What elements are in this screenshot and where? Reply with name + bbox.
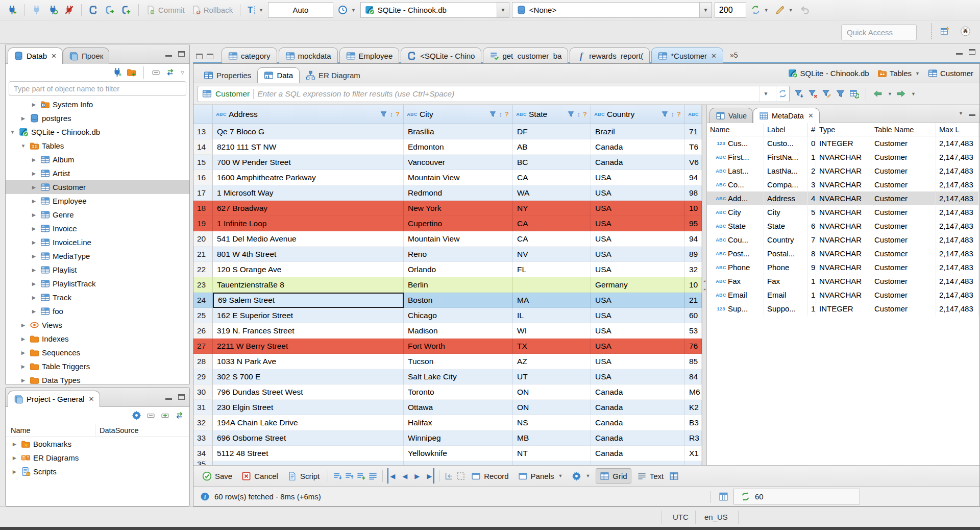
row-number[interactable]: 15 [193, 155, 213, 170]
metadata-cell[interactable]: Phone [764, 260, 808, 274]
sort-icon[interactable]: ↕ [577, 110, 581, 118]
metadata-cell[interactable]: 1 [808, 150, 816, 164]
table-row[interactable]: 345112 48 StreetYellowknifeNTCanadaX1 [193, 446, 702, 461]
row-number[interactable]: 25 [193, 308, 213, 323]
column-header-partial[interactable]: ABC [685, 105, 702, 124]
meta-column-header-table-name[interactable]: Table Name [871, 123, 936, 136]
metadata-cell[interactable]: Country [764, 233, 808, 247]
metadata-cell[interactable]: ABCCo... [707, 178, 764, 191]
tree-item-playlisttrack[interactable]: ▶PlaylistTrack [6, 277, 189, 291]
metadata-cell[interactable]: INTEGER [816, 302, 871, 316]
grid-cell[interactable]: Canada [591, 446, 685, 461]
row-number[interactable]: 17 [193, 185, 213, 201]
grid-cell[interactable]: 89 [685, 247, 702, 262]
metadata-cell[interactable]: Email [764, 288, 808, 302]
table-row[interactable]: 21801 W 4th StreetRenoNVUSA89 [193, 247, 702, 262]
grid-cell[interactable] [591, 461, 685, 465]
tab-er-diagram[interactable]: ER Diagram [300, 67, 366, 83]
row-number[interactable]: 32 [193, 415, 213, 430]
first-record-button[interactable]: ◀ [387, 468, 398, 484]
view-menu-icon[interactable]: ▽ [181, 70, 184, 75]
metadata-cell[interactable]: 0 [808, 136, 816, 150]
table-row[interactable]: 30796 Dundas Street WestTorontoONCanadaM… [193, 384, 702, 400]
metadata-cell[interactable]: ABCEmail [707, 288, 764, 302]
metadata-cell[interactable]: INTEGER [816, 136, 871, 150]
metadata-row-fax[interactable]: ABCFaxFax1NVARCHARCustomer2,147,483 [707, 274, 979, 288]
grid-cell[interactable]: New York [404, 201, 513, 216]
board-icon[interactable] [719, 492, 728, 501]
transaction-log-button[interactable]: T▼ [246, 3, 265, 18]
record-mode-button[interactable]: Record [468, 468, 512, 484]
maximize-icon[interactable] [178, 394, 185, 400]
open-perspective-button[interactable] [937, 23, 952, 39]
panel-splitter[interactable]: ◂◂ [702, 105, 707, 465]
tab-database-navigator[interactable]: Datab ✕ [8, 47, 63, 64]
tree-item-views[interactable]: ▶Views [6, 318, 189, 332]
grid-cell[interactable]: UT [513, 369, 591, 384]
grid-cell[interactable] [404, 461, 513, 465]
grid-cell[interactable]: Brasília [404, 124, 513, 139]
table-row[interactable]: 148210 111 ST NWEdmontonABCanadaT6 [193, 139, 702, 155]
metadata-cell[interactable]: NVARCHAR [816, 219, 871, 233]
grid-cell[interactable]: USA [591, 170, 685, 185]
grid-cell[interactable]: Tucson [404, 354, 513, 369]
grid-cell[interactable]: NY [513, 201, 591, 216]
grid-cell[interactable]: 10 [685, 201, 702, 216]
minimize-icon[interactable] [956, 49, 963, 55]
grid-cell[interactable]: Reno [404, 247, 513, 262]
grid-cell[interactable]: 69 Salem Street [213, 293, 404, 308]
grid-cell[interactable]: 120 S Orange Ave [213, 262, 404, 277]
grid-cell[interactable]: AZ [513, 354, 591, 369]
metadata-cell[interactable]: NVARCHAR [816, 205, 871, 219]
grid-cell[interactable]: Mountain View [404, 170, 513, 185]
metadata-cell[interactable]: NVARCHAR [816, 288, 871, 302]
metadata-cell[interactable]: NVARCHAR [816, 178, 871, 191]
restore-view-icon[interactable] [196, 54, 203, 59]
tab-project-general[interactable]: Project - General ✕ [8, 391, 100, 407]
metadata-cell[interactable]: 2,147,483 [936, 219, 979, 233]
metadata-cell[interactable]: NVARCHAR [816, 164, 871, 178]
filter-history-dropdown[interactable]: ▼ [759, 86, 772, 102]
chevron-right-icon[interactable]: ▶ [30, 212, 38, 218]
commit-mode-combo[interactable]: Auto [268, 2, 333, 18]
last-record-button[interactable]: ▶ [424, 468, 434, 484]
sort-icon[interactable]: ↕ [390, 110, 394, 118]
metadata-cell[interactable]: NVARCHAR [816, 260, 871, 274]
grid-cell[interactable]: M6 [685, 384, 702, 400]
grid-cell[interactable]: CA [513, 170, 591, 185]
chevron-right-icon[interactable]: ▶ [11, 469, 18, 474]
table-row[interactable]: 26319 N. Frances StreetMadisonWIUSA53 [193, 323, 702, 339]
grid-cell[interactable]: Boston [404, 293, 513, 308]
collapse-left-icon[interactable]: ◂ [703, 287, 705, 292]
grid-cell[interactable] [685, 461, 702, 465]
row-number[interactable]: 33 [193, 430, 213, 446]
grid-cell[interactable]: 796 Dundas Street West [213, 384, 404, 400]
fetch-all-rows-icon[interactable] [345, 471, 354, 481]
metadata-cell[interactable]: 2,147,483 [936, 164, 979, 178]
chevron-right-icon[interactable]: ▶ [30, 295, 38, 300]
metadata-cell[interactable]: 1 [808, 302, 816, 316]
rollback-button[interactable]: Rollback [189, 3, 235, 18]
grid-cell[interactable]: ON [513, 384, 591, 400]
metadata-cell[interactable]: City [764, 205, 808, 219]
grid-cell[interactable]: USA [591, 354, 685, 369]
chevron-down-icon[interactable]: ▼ [9, 129, 16, 135]
metadata-row-custo[interactable]: 123Cus...Custo...0INTEGERCustomer2,147,4… [707, 136, 979, 150]
metadata-cell[interactable]: 1 [808, 288, 816, 302]
cancel-button[interactable]: Cancel [238, 468, 282, 484]
grid-cell[interactable]: 94 [685, 231, 702, 247]
table-row[interactable]: 31230 Elgin StreetOttawaONCanadaK2 [193, 400, 702, 415]
table-row[interactable]: 281033 N Park AveTucsonAZUSA85 [193, 354, 702, 369]
gear-icon[interactable] [132, 411, 141, 420]
chevron-down-icon[interactable]: ▼ [19, 143, 27, 149]
grid-cell[interactable]: DF [513, 124, 591, 139]
grid-cell[interactable]: Halifax [404, 415, 513, 430]
grid-cell[interactable]: 1033 N Park Ave [213, 354, 404, 369]
chevron-right-icon[interactable]: ▶ [30, 239, 38, 245]
highlight-button[interactable]: ▼ [773, 3, 795, 18]
row-number[interactable]: 21 [193, 247, 213, 262]
grid-cell[interactable]: 53 [685, 323, 702, 339]
grid-cell[interactable]: 801 W 4th Street [213, 247, 404, 262]
metadata-cell[interactable]: ABCFax [707, 274, 764, 288]
grid-cell[interactable]: 60 [685, 308, 702, 323]
